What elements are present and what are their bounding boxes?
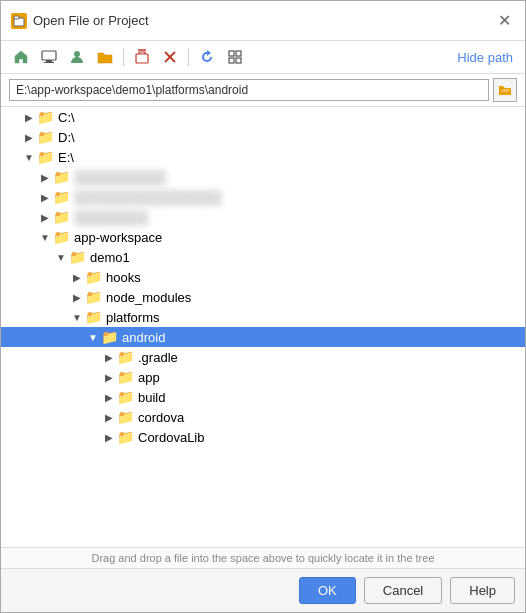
expander-icon: ▶ <box>101 352 117 363</box>
tree-item-label: build <box>138 390 165 405</box>
folder-icon: 📁 <box>117 389 134 405</box>
folder-icon: 📁 <box>37 129 54 145</box>
close-button[interactable]: ✕ <box>494 9 515 32</box>
folder-icon: 📁 <box>117 349 134 365</box>
tree-item[interactable]: ▼ 📁 E:\ <box>1 147 525 167</box>
svg-rect-1 <box>14 16 19 19</box>
folder-icon: 📁 <box>117 429 134 445</box>
close-x-button[interactable] <box>158 45 182 69</box>
tree-item[interactable]: ▶ 📁 hooks <box>1 267 525 287</box>
tree-item-label: ████████ <box>74 210 148 225</box>
folder-icon: 📁 <box>85 289 102 305</box>
tree-item[interactable]: ▶ 📁 ████████████████ <box>1 187 525 207</box>
expander-icon: ▶ <box>37 212 53 223</box>
drag-hint: Drag and drop a file into the space abov… <box>1 548 525 569</box>
tree-item-label: node_modules <box>106 290 191 305</box>
delete-button[interactable] <box>130 45 154 69</box>
tree-item-label: demo1 <box>90 250 130 265</box>
open-folder-button[interactable] <box>93 45 117 69</box>
tree-item-label: hooks <box>106 270 141 285</box>
svg-rect-12 <box>229 58 234 63</box>
title-bar: Open File or Project ✕ <box>1 1 525 41</box>
toolbar-separator-2 <box>188 48 189 66</box>
tree-item-label: C:\ <box>58 110 75 125</box>
grid-button[interactable] <box>223 45 247 69</box>
tree-item[interactable]: ▶ 📁 build <box>1 387 525 407</box>
hide-path-button[interactable]: Hide path <box>453 48 517 67</box>
svg-rect-2 <box>42 51 56 60</box>
home-button[interactable] <box>9 45 33 69</box>
folder-icon: 📁 <box>101 329 118 345</box>
dialog-title: Open File or Project <box>33 13 149 28</box>
tree-item[interactable]: ▶ 📁 ████████ <box>1 207 525 227</box>
folder-icon: 📁 <box>117 409 134 425</box>
folder-icon: 📁 <box>53 169 70 185</box>
folder-icon: 📁 <box>85 309 102 325</box>
expander-icon: ▼ <box>37 232 53 243</box>
footer: OK Cancel Help <box>1 569 525 612</box>
svg-rect-11 <box>236 51 241 56</box>
folder-icon: 📁 <box>53 209 70 225</box>
tree-item[interactable]: ▼ 📁 platforms <box>1 307 525 327</box>
path-input[interactable] <box>9 79 489 101</box>
tree-item-label: D:\ <box>58 130 75 145</box>
tree-item[interactable]: ▼ 📁 app-workspace <box>1 227 525 247</box>
tree-item[interactable]: ▶ 📁 cordova <box>1 407 525 427</box>
folder-icon: 📁 <box>53 229 70 245</box>
tree-item-label: app <box>138 370 160 385</box>
tree-item[interactable]: ▶ 📁 app <box>1 367 525 387</box>
x-icon <box>162 49 178 65</box>
expander-icon: ▼ <box>69 312 85 323</box>
file-tree[interactable]: ▶ 📁 C:\ ▶ 📁 D:\ ▼ 📁 E:\ ▶ 📁 ██████████ ▶… <box>1 107 525 548</box>
tree-item-label: .gradle <box>138 350 178 365</box>
tree-item[interactable]: ▶ 📁 .gradle <box>1 347 525 367</box>
desktop-button[interactable] <box>37 45 61 69</box>
tree-item[interactable]: ▶ 📁 node_modules <box>1 287 525 307</box>
expander-icon: ▶ <box>69 272 85 283</box>
path-bar <box>1 74 525 107</box>
folder-icon: 📁 <box>117 369 134 385</box>
browse-folder-icon <box>498 83 512 97</box>
cancel-button[interactable]: Cancel <box>364 577 442 604</box>
tree-item[interactable]: ▶ 📁 ██████████ <box>1 167 525 187</box>
expander-icon: ▼ <box>21 152 37 163</box>
tree-item-label: ████████████████ <box>74 190 221 205</box>
folder-icon: 📁 <box>37 109 54 125</box>
expander-icon: ▼ <box>85 332 101 343</box>
folder-icon: 📁 <box>53 189 70 205</box>
tree-item[interactable]: ▶ 📁 CordovaLib <box>1 427 525 447</box>
svg-rect-4 <box>44 62 54 63</box>
ok-button[interactable]: OK <box>299 577 356 604</box>
tree-item-label: android <box>122 330 165 345</box>
tree-item[interactable]: ▶ 📁 C:\ <box>1 107 525 127</box>
home-icon <box>13 49 29 65</box>
svg-rect-6 <box>136 54 148 63</box>
refresh-button[interactable] <box>195 45 219 69</box>
toolbar-separator-1 <box>123 48 124 66</box>
expander-icon: ▶ <box>101 392 117 403</box>
expander-icon: ▼ <box>53 252 69 263</box>
delete-icon <box>134 49 150 65</box>
folder-icon: 📁 <box>69 249 86 265</box>
svg-rect-3 <box>46 60 52 62</box>
svg-rect-13 <box>236 58 241 63</box>
expander-icon: ▶ <box>21 132 37 143</box>
user-home-button[interactable] <box>65 45 89 69</box>
svg-point-5 <box>74 51 80 57</box>
tree-item-label: app-workspace <box>74 230 162 245</box>
desktop-icon <box>41 49 57 65</box>
expander-icon: ▶ <box>37 192 53 203</box>
path-browse-button[interactable] <box>493 78 517 102</box>
tree-item[interactable]: ▼ 📁 demo1 <box>1 247 525 267</box>
refresh-icon <box>199 49 215 65</box>
user-icon <box>69 49 85 65</box>
tree-item[interactable]: ▶ 📁 D:\ <box>1 127 525 147</box>
expander-icon: ▶ <box>101 372 117 383</box>
expander-icon: ▶ <box>21 112 37 123</box>
expander-icon: ▶ <box>37 172 53 183</box>
tree-item-android[interactable]: ▼ 📁 android <box>1 327 525 347</box>
expander-icon: ▶ <box>101 432 117 443</box>
grid-icon <box>227 49 243 65</box>
tree-item-label: cordova <box>138 410 184 425</box>
help-button[interactable]: Help <box>450 577 515 604</box>
